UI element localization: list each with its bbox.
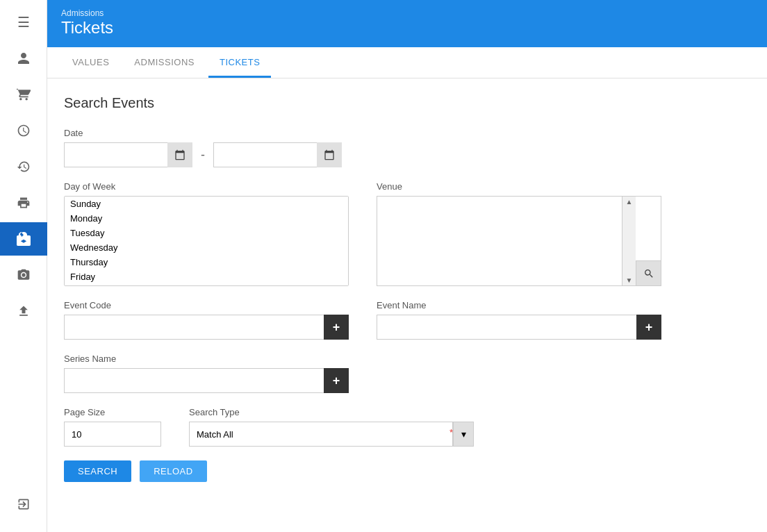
page-size-search-type-row: Page Size Search Type Match All Match An… xyxy=(64,407,750,447)
action-buttons-row: SEARCH RELOAD xyxy=(64,460,750,482)
search-type-select[interactable]: Match All Match Any xyxy=(189,422,453,447)
event-name-input[interactable] xyxy=(377,315,661,340)
clock-icon[interactable] xyxy=(7,114,40,147)
day-of-week-listbox[interactable]: Sunday Monday Tuesday Wednesday Thursday… xyxy=(64,196,349,286)
event-code-group: Event Code + xyxy=(64,300,349,340)
header-title: Tickets xyxy=(61,18,753,38)
search-button[interactable]: SEARCH xyxy=(64,460,131,482)
tab-values[interactable]: VALUES xyxy=(61,47,120,78)
section-title: Search Events xyxy=(64,95,750,111)
scroll-down-arrow[interactable]: ▼ xyxy=(626,276,633,284)
venue-list[interactable] xyxy=(377,197,636,285)
date-separator: - xyxy=(198,148,208,163)
reload-button[interactable]: RELOAD xyxy=(140,460,206,482)
hamburger-icon[interactable]: ☰ xyxy=(7,6,40,39)
history-icon[interactable] xyxy=(7,150,40,183)
tab-admissions[interactable]: ADMISSIONS xyxy=(123,47,206,78)
date-start-calendar-button[interactable] xyxy=(167,142,192,167)
dow-venue-row: Day of Week Sunday Monday Tuesday Wednes… xyxy=(64,181,750,286)
date-label: Date xyxy=(64,128,750,138)
search-type-group: Search Type Match All Match Any * ▾ xyxy=(189,407,474,447)
badge-icon[interactable] xyxy=(0,222,47,256)
search-type-label: Search Type xyxy=(189,407,474,417)
venue-search-button[interactable] xyxy=(636,260,661,285)
sidebar: ☰ xyxy=(0,0,47,532)
main-area: Admissions Tickets VALUES ADMISSIONS TIC… xyxy=(47,0,767,532)
upload-icon[interactable] xyxy=(7,294,40,328)
camera-icon[interactable] xyxy=(7,258,40,292)
logout-icon[interactable] xyxy=(7,488,40,521)
page-content: Search Events Date - xyxy=(47,78,767,532)
page-size-input[interactable] xyxy=(64,422,161,447)
day-of-week-label: Day of Week xyxy=(64,181,349,192)
tab-tickets[interactable]: TICKETS xyxy=(208,47,271,78)
series-name-row: Series Name + xyxy=(64,354,750,393)
event-code-label: Event Code xyxy=(64,300,349,310)
event-code-name-row: Event Code + Event Name + xyxy=(64,300,750,340)
venue-scrollbar: ▲ ▼ xyxy=(622,197,636,285)
venue-label: Venue xyxy=(377,181,661,192)
saturday-option[interactable]: Saturday xyxy=(65,284,348,286)
series-name-label: Series Name xyxy=(64,354,349,364)
sunday-option[interactable]: Sunday xyxy=(65,197,348,211)
page-header: Admissions Tickets xyxy=(47,0,767,47)
event-name-group: Event Name + xyxy=(377,300,661,340)
header-subtitle: Admissions xyxy=(61,8,753,18)
event-code-input[interactable] xyxy=(64,315,349,340)
event-name-add-button[interactable]: + xyxy=(636,315,661,340)
series-name-input[interactable] xyxy=(64,368,349,393)
event-code-add-button[interactable]: + xyxy=(324,315,349,340)
person-icon[interactable] xyxy=(7,42,40,75)
wednesday-option[interactable]: Wednesday xyxy=(65,240,348,255)
print-icon[interactable] xyxy=(7,186,40,219)
series-name-group: Series Name + xyxy=(64,354,349,393)
date-end-calendar-button[interactable] xyxy=(317,142,342,167)
monday-option[interactable]: Monday xyxy=(65,211,348,226)
cart-icon[interactable] xyxy=(7,78,40,111)
thursday-option[interactable]: Thursday xyxy=(65,255,348,269)
scroll-up-arrow[interactable]: ▲ xyxy=(626,198,633,206)
venue-group: Venue ▲ ▼ xyxy=(377,181,661,286)
event-name-label: Event Name xyxy=(377,300,661,310)
tuesday-option[interactable]: Tuesday xyxy=(65,226,348,240)
tab-bar: VALUES ADMISSIONS TICKETS xyxy=(47,47,767,78)
page-size-label: Page Size xyxy=(64,407,161,417)
select-arrow-icon: ▾ xyxy=(453,422,474,447)
friday-option[interactable]: Friday xyxy=(65,269,348,284)
day-of-week-group: Day of Week Sunday Monday Tuesday Wednes… xyxy=(64,181,349,286)
page-size-group: Page Size xyxy=(64,407,161,447)
series-name-add-button[interactable]: + xyxy=(324,368,349,393)
